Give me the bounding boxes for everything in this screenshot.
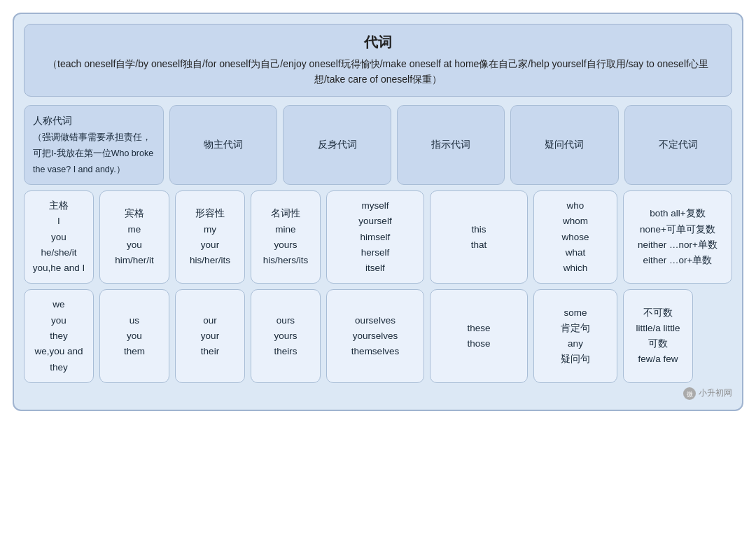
header-pronouns: 人称代词 （强调做错事需要承担责任，可把I-我放在第一位Who broke th… (24, 105, 164, 185)
cell-noun-possessive-plural: ours yours theirs (251, 289, 321, 382)
cell-object-singular-text: 宾格 me you him/her/it (115, 206, 154, 268)
header-reflexive: 反身代词 (283, 105, 391, 185)
cell-adj-possessive-plural: our your their (175, 289, 245, 382)
cell-subject-singular-text: 主格 I you he/she/it you,he and I (33, 198, 85, 276)
main-container: 代词 （teach oneself自学/by oneself独自/for one… (13, 13, 743, 411)
header-indefinite-label: 不定代词 (659, 137, 698, 153)
header-demonstrative-label: 指示代词 (431, 137, 470, 153)
cell-interrogative: who whom whose what which (533, 190, 617, 284)
cell-subject-singular: 主格 I you he/she/it you,he and I (24, 190, 94, 284)
cell-indefinite-1: both all+复数 none+可单可复数 neither …nor+单数 e… (623, 190, 732, 284)
wechat-icon: 微 (683, 387, 696, 400)
cell-interrogative-text: who whom whose what which (561, 198, 589, 276)
cell-adj-possessive-text: 形容性 my your his/her/its (190, 206, 230, 268)
cell-reflexive-plural-text: ourselves yourselves themselves (351, 313, 399, 360)
header-pronouns-text: 人称代词 （强调做错事需要承担责任，可把I-我放在第一位Who broke th… (33, 113, 155, 177)
cell-demonstrative-plural-text: these those (467, 321, 490, 352)
title-section: 代词 （teach oneself自学/by oneself独自/for one… (24, 24, 732, 97)
header-row: 人称代词 （强调做错事需要承担责任，可把I-我放在第一位Who broke th… (24, 105, 732, 185)
cell-reflexive-plural: ourselves yourselves themselves (326, 289, 424, 382)
header-demonstrative: 指示代词 (397, 105, 505, 185)
watermark: 微 小升初网 (24, 387, 732, 400)
cell-object-plural: us you them (99, 289, 169, 382)
cell-noun-possessive-plural-text: ours yours theirs (274, 313, 297, 360)
cell-reflexive-singular-text: myself yourself himself herself itself (358, 198, 391, 276)
header-interrogative-label: 疑问代词 (545, 137, 584, 153)
subtitle: （teach oneself自学/by oneself独自/for onesel… (38, 56, 718, 88)
cell-reflexive-singular: myself yourself himself herself itself (326, 190, 424, 284)
cell-indefinite-uncountable: 不可数 little/a little 可数 few/a few (623, 289, 693, 382)
cell-adj-possessive-plural-text: our your their (201, 313, 219, 360)
cell-indefinite-affirm-text: some 肯定句 any 疑问句 (561, 305, 590, 368)
data-row-1: 主格 I you he/she/it you,he and I 宾格 me yo… (24, 190, 732, 284)
header-possessive: 物主代词 (169, 105, 277, 185)
cell-noun-possessive: 名词性 mine yours his/hers/its (251, 190, 321, 284)
cell-object-singular: 宾格 me you him/her/it (99, 190, 169, 284)
cell-indefinite-1-text: both all+复数 none+可单可复数 neither …nor+单数 e… (638, 206, 718, 268)
cell-demonstrative-singular: this that (430, 190, 528, 284)
header-reflexive-label: 反身代词 (318, 137, 357, 153)
header-interrogative: 疑问代词 (510, 105, 618, 185)
cell-subject-plural: we you they we,you and they (24, 289, 94, 382)
cell-noun-possessive-text: 名词性 mine yours his/hers/its (263, 206, 309, 268)
cell-adj-possessive: 形容性 my your his/her/its (175, 190, 245, 284)
cell-indefinite-affirm: some 肯定句 any 疑问句 (533, 289, 617, 382)
cell-object-plural-text: us you them (124, 313, 145, 360)
header-possessive-label: 物主代词 (204, 137, 243, 153)
main-title: 代词 (38, 33, 718, 52)
cell-demonstrative-singular-text: this that (471, 222, 487, 253)
grid-area: 人称代词 （强调做错事需要承担责任，可把I-我放在第一位Who broke th… (24, 105, 732, 383)
svg-text:微: 微 (687, 391, 693, 398)
watermark-text: 小升初网 (699, 387, 732, 399)
header-indefinite: 不定代词 (624, 105, 732, 185)
data-row-2: we you they we,you and they us you them … (24, 289, 732, 382)
cell-subject-plural-text: we you they we,you and they (30, 297, 88, 375)
cell-indefinite-uncountable-text: 不可数 little/a little 可数 few/a few (636, 305, 680, 368)
cell-demonstrative-plural: these those (430, 289, 528, 382)
